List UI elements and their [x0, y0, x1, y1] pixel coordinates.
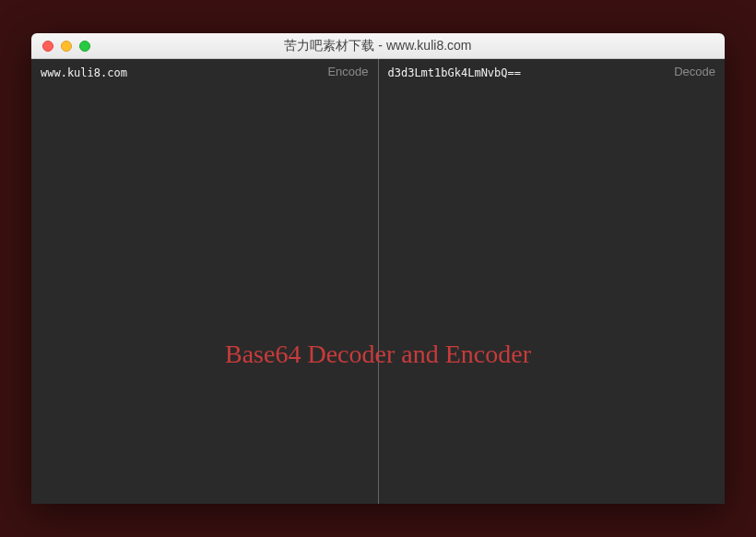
encode-input[interactable]: www.kuli8.com [41, 66, 369, 79]
app-window: 苦力吧素材下载 - www.kuli8.com www.kuli8.com En… [31, 33, 725, 504]
title-bar: 苦力吧素材下载 - www.kuli8.com [31, 33, 725, 59]
decode-input[interactable]: d3d3Lmt1bGk4LmNvbQ== [388, 66, 716, 79]
decode-label: Decode [674, 65, 715, 78]
close-icon[interactable] [42, 41, 53, 52]
encode-label: Encode [327, 65, 368, 78]
traffic-lights [31, 41, 90, 52]
window-title: 苦力吧素材下载 - www.kuli8.com [31, 38, 725, 54]
minimize-icon[interactable] [61, 41, 72, 52]
maximize-icon[interactable] [79, 41, 90, 52]
decode-pane[interactable]: d3d3Lmt1bGk4LmNvbQ== Decode [379, 59, 726, 504]
encode-pane[interactable]: www.kuli8.com Encode [31, 59, 379, 504]
content-panes: www.kuli8.com Encode d3d3Lmt1bGk4LmNvbQ=… [31, 59, 725, 504]
